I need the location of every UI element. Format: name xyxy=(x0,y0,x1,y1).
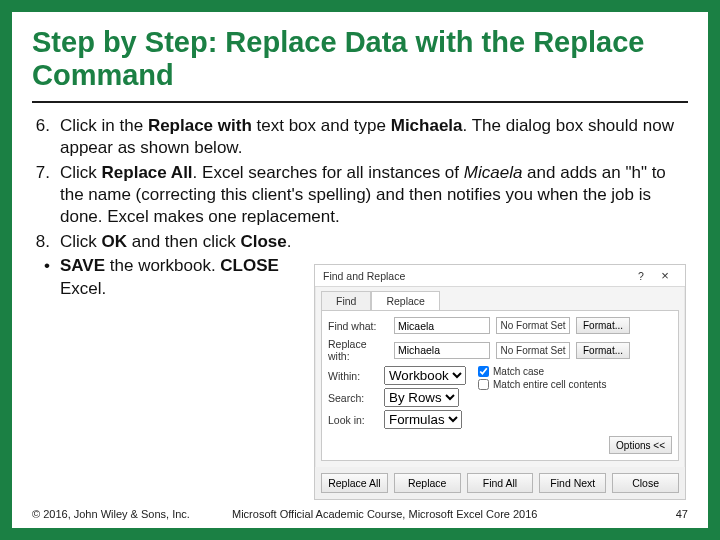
step-body: Click Replace All. Excel searches for al… xyxy=(60,162,688,229)
dialog-buttons: Replace All Replace Find All Find Next C… xyxy=(315,467,685,499)
tab-replace[interactable]: Replace xyxy=(371,291,440,310)
slide-title: Step by Step: Replace Data with the Repl… xyxy=(32,26,688,103)
entire-cell-box[interactable] xyxy=(478,379,489,390)
find-replace-dialog: Find and Replace ? × Find Replace Find w… xyxy=(314,264,686,500)
lookin-select[interactable]: Formulas xyxy=(384,410,462,429)
replace-button[interactable]: Replace xyxy=(394,473,461,493)
label-lookin: Look in: xyxy=(328,414,378,426)
help-icon[interactable]: ? xyxy=(631,270,651,282)
options-area: Within: Workbook Search: By Rows Look in… xyxy=(328,366,672,432)
slide-inner: Step by Step: Replace Data with the Repl… xyxy=(12,12,708,528)
options-button[interactable]: Options << xyxy=(609,436,672,454)
match-case-check[interactable]: Match case xyxy=(478,366,606,377)
step-number: 8. xyxy=(32,231,60,253)
step-7: 7. Click Replace All. Excel searches for… xyxy=(32,162,688,229)
replace-format-status: No Format Set xyxy=(496,342,570,359)
find-format-status: No Format Set xyxy=(496,317,570,334)
dialog-titlebar: Find and Replace ? × xyxy=(315,265,685,287)
close-icon[interactable]: × xyxy=(651,268,679,283)
options-left: Within: Workbook Search: By Rows Look in… xyxy=(328,366,466,432)
replace-all-button[interactable]: Replace All xyxy=(321,473,388,493)
options-checks: Match case Match entire cell contents xyxy=(478,366,606,432)
step-number: 6. xyxy=(32,115,60,160)
step-body: Click in the Replace with text box and t… xyxy=(60,115,688,160)
label-replace-with: Replace with: xyxy=(328,338,388,362)
dialog-body: Find what: No Format Set Format... Repla… xyxy=(321,310,679,461)
bullet: • xyxy=(32,255,60,300)
find-next-button[interactable]: Find Next xyxy=(539,473,606,493)
find-what-input[interactable] xyxy=(394,317,490,334)
label-find-what: Find what: xyxy=(328,320,388,332)
find-format-button[interactable]: Format... xyxy=(576,317,630,334)
within-select[interactable]: Workbook xyxy=(384,366,466,385)
slide: Step by Step: Replace Data with the Repl… xyxy=(0,0,720,540)
label-search: Search: xyxy=(328,392,378,404)
dialog-title: Find and Replace xyxy=(323,270,405,282)
dialog-tabs: Find Replace xyxy=(315,287,685,310)
step-6: 6. Click in the Replace with text box an… xyxy=(32,115,688,160)
course-name: Microsoft Official Academic Course, Micr… xyxy=(212,508,648,520)
entire-cell-check[interactable]: Match entire cell contents xyxy=(478,379,606,390)
step-body: Click OK and then click Close. xyxy=(60,231,310,253)
page-number: 47 xyxy=(648,508,688,520)
row-replace-with: Replace with: No Format Set Format... xyxy=(328,338,672,362)
footer: © 2016, John Wiley & Sons, Inc. Microsof… xyxy=(32,508,688,520)
replace-format-button[interactable]: Format... xyxy=(576,342,630,359)
row-find-what: Find what: No Format Set Format... xyxy=(328,317,672,334)
search-select[interactable]: By Rows xyxy=(384,388,459,407)
tab-find[interactable]: Find xyxy=(321,291,371,310)
label-within: Within: xyxy=(328,370,378,382)
replace-with-input[interactable] xyxy=(394,342,490,359)
copyright: © 2016, John Wiley & Sons, Inc. xyxy=(32,508,212,520)
match-case-box[interactable] xyxy=(478,366,489,377)
step-body: SAVE the workbook. CLOSE Excel. xyxy=(60,255,310,300)
find-all-button[interactable]: Find All xyxy=(467,473,534,493)
close-button[interactable]: Close xyxy=(612,473,679,493)
step-8: 8. Click OK and then click Close. xyxy=(32,231,688,253)
step-number: 7. xyxy=(32,162,60,229)
